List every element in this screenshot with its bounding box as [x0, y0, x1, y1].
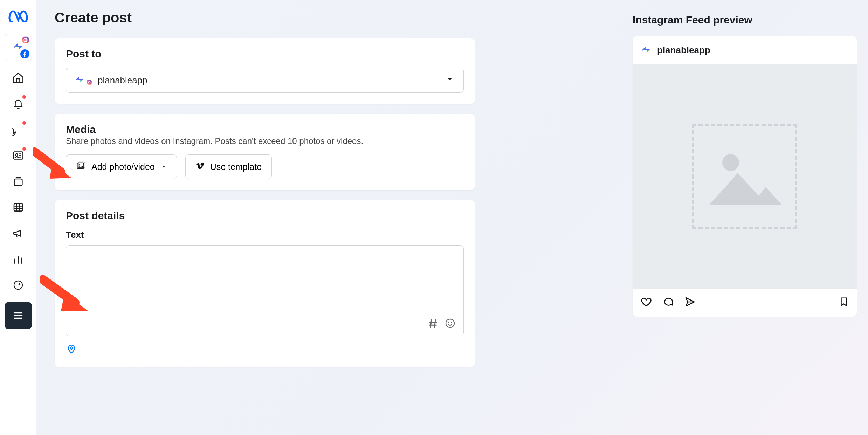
media-title: Media [66, 124, 464, 136]
text-label: Text [66, 229, 464, 240]
photo-icon [76, 161, 86, 173]
svg-rect-7 [14, 179, 22, 185]
nav-contacts[interactable] [9, 146, 27, 165]
svg-point-3 [26, 38, 27, 39]
hashtag-button[interactable] [427, 318, 439, 331]
media-subtitle: Share photos and videos on Instagram. Po… [66, 136, 464, 146]
svg-rect-10 [87, 80, 91, 84]
add-photo-video-label: Add photo/video [91, 162, 155, 172]
nav-messages[interactable] [9, 120, 27, 139]
svg-point-18 [70, 347, 73, 349]
post-to-account-name: planableapp [98, 75, 147, 86]
preview-image-placeholder [633, 64, 857, 289]
add-photo-video-button[interactable]: Add photo/video [66, 154, 177, 179]
svg-point-15 [446, 319, 454, 327]
media-card: Media Share photos and videos on Instagr… [55, 114, 475, 190]
nav-calendar[interactable] [9, 198, 27, 216]
use-template-button[interactable]: Use template [185, 154, 272, 179]
svg-rect-8 [14, 203, 22, 211]
post-to-card: Post to planableapp [55, 38, 475, 104]
post-details-title: Post details [66, 210, 464, 222]
preview-header: planableapp [633, 36, 857, 64]
emoji-button[interactable] [445, 318, 456, 331]
nav-announcements[interactable] [9, 224, 27, 242]
preview-card: planableapp [633, 36, 857, 317]
svg-point-19 [722, 154, 739, 171]
comment-icon[interactable] [663, 296, 674, 309]
account-switcher[interactable] [5, 34, 32, 61]
post-details-card: Post details Text [55, 200, 475, 367]
use-template-label: Use template [210, 162, 262, 172]
chevron-down-icon [446, 75, 454, 86]
svg-point-6 [15, 154, 18, 156]
post-to-title: Post to [66, 48, 464, 60]
vimeo-icon [195, 161, 205, 172]
bookmark-icon[interactable] [839, 297, 849, 309]
nav-insights[interactable] [9, 250, 27, 268]
instagram-platform-icon [87, 77, 92, 88]
heart-icon[interactable] [640, 296, 652, 309]
post-to-select[interactable]: planableapp [66, 68, 464, 93]
svg-point-17 [451, 322, 452, 323]
svg-rect-0 [22, 37, 28, 43]
nav-menu[interactable] [5, 302, 32, 329]
planable-app-icon [75, 75, 84, 85]
send-icon[interactable] [684, 296, 696, 309]
location-button[interactable] [66, 350, 77, 355]
main-content: Create post Post to planableapp Media Sh… [36, 0, 868, 435]
post-text-wrapper [66, 245, 464, 336]
post-text-input[interactable] [66, 246, 463, 336]
preview-account-name: planableapp [657, 45, 710, 56]
chevron-down-icon [160, 162, 167, 172]
planable-app-icon [641, 46, 651, 55]
preview-action-bar [633, 289, 857, 317]
preview-title: Instagram Feed preview [633, 14, 857, 26]
nav-content[interactable] [9, 172, 27, 191]
page-title: Create post [55, 10, 485, 26]
sidebar [0, 0, 36, 435]
nav-planner[interactable] [9, 276, 27, 294]
svg-point-16 [448, 322, 449, 323]
meta-logo [8, 6, 28, 26]
nav-home[interactable] [9, 69, 27, 87]
nav-notifications[interactable] [9, 95, 27, 113]
svg-point-13 [79, 164, 81, 166]
